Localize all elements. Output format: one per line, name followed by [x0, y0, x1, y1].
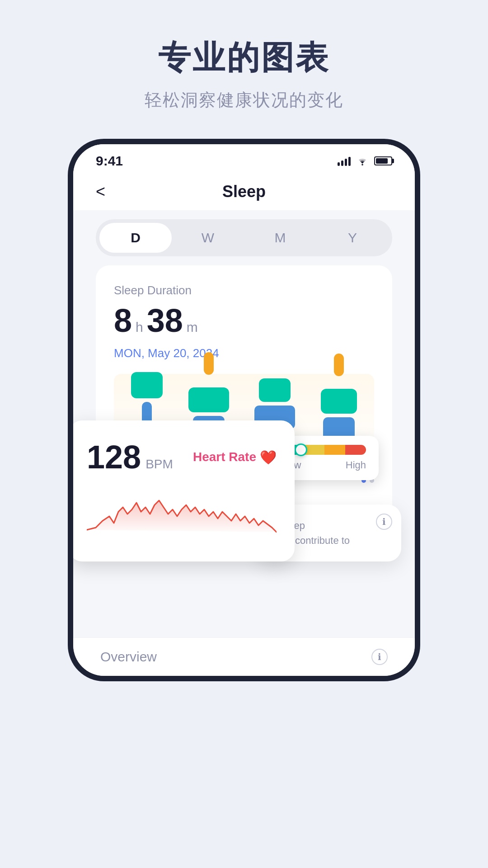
tab-bar: D W M Y	[96, 219, 392, 256]
tab-day[interactable]: D	[99, 223, 172, 253]
heart-icon: ❤️	[260, 449, 277, 465]
status-icons	[338, 156, 392, 166]
status-bar: 9:41	[73, 144, 415, 173]
sleep-duration-label: Sleep Duration	[114, 283, 374, 297]
page-header: 专业的图表 轻松洞察健康状况的变化	[145, 36, 343, 112]
nav-bar: < Sleep	[73, 173, 415, 210]
sleep-duration-value: 8 h 38 m	[114, 302, 374, 339]
svg-point-0	[361, 164, 363, 165]
heart-unit: BPM	[145, 457, 173, 472]
heart-value: 128	[87, 439, 141, 476]
sleep-hours: 8	[114, 302, 132, 339]
overview-bar: Overview ℹ	[73, 637, 415, 676]
tab-week[interactable]: W	[172, 223, 244, 253]
tooltip-high-label: High	[346, 459, 366, 471]
heart-rate-chart	[87, 489, 277, 543]
heart-rate-card: 128 BPM Heart Rate ❤️	[73, 420, 295, 561]
scale-thumb	[295, 443, 307, 456]
overview-info-icon[interactable]: ℹ	[371, 649, 388, 665]
heart-rate-label: Heart Rate	[193, 450, 256, 464]
wifi-icon	[356, 156, 369, 166]
signal-icon	[338, 156, 351, 166]
sleep-hours-unit: h	[136, 320, 143, 335]
battery-icon	[374, 156, 392, 165]
tab-year[interactable]: Y	[316, 223, 389, 253]
back-button[interactable]: <	[96, 182, 105, 201]
page-title: 专业的图表	[145, 36, 343, 80]
sleep-minutes: 38	[147, 302, 183, 339]
heart-header: 128 BPM Heart Rate ❤️	[87, 439, 277, 476]
phone-wrapper: 9:41	[68, 139, 420, 681]
phone-screen: 9:41	[73, 144, 415, 676]
screen-title: Sleep	[222, 182, 266, 201]
status-time: 9:41	[96, 153, 123, 169]
tab-month[interactable]: M	[244, 223, 316, 253]
sleep-minutes-unit: m	[187, 320, 198, 335]
heart-bpm: 128 BPM	[87, 439, 173, 476]
info-icon: ℹ	[376, 514, 392, 530]
sleep-card: Sleep Duration 8 h 38 m MON, May 20, 202…	[96, 265, 392, 525]
page-subtitle: 轻松洞察健康状况的变化	[145, 89, 343, 112]
tooltip-labels: Low High	[283, 459, 366, 471]
heart-rate-svg	[87, 489, 277, 543]
overview-label: Overview	[100, 649, 157, 665]
phone-frame: 9:41	[68, 139, 420, 681]
